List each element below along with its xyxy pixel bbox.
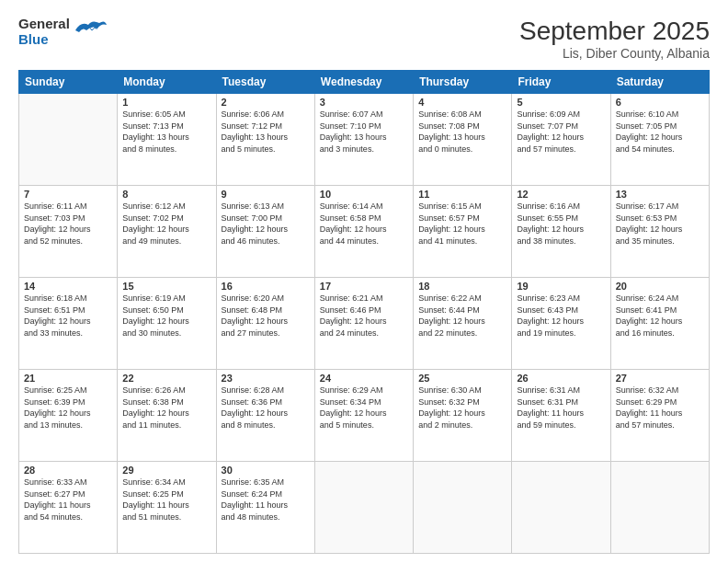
- day-number: 8: [122, 189, 210, 200]
- month-title: September 2025: [519, 17, 710, 46]
- day-info: Sunrise: 6:20 AM Sunset: 6:48 PM Dayligh…: [222, 293, 310, 339]
- calendar-week-4: 21Sunrise: 6:25 AM Sunset: 6:39 PM Dayli…: [19, 370, 710, 462]
- day-info: Sunrise: 6:12 AM Sunset: 7:02 PM Dayligh…: [122, 201, 210, 247]
- calendar-week-3: 14Sunrise: 6:18 AM Sunset: 6:51 PM Dayli…: [19, 278, 710, 370]
- day-number: 4: [418, 97, 506, 108]
- calendar-cell: 5Sunrise: 6:09 AM Sunset: 7:07 PM Daylig…: [512, 94, 610, 186]
- calendar-cell: 12Sunrise: 6:16 AM Sunset: 6:55 PM Dayli…: [512, 186, 610, 278]
- day-number: 23: [222, 373, 310, 384]
- calendar-cell: 27Sunrise: 6:32 AM Sunset: 6:29 PM Dayli…: [610, 370, 709, 462]
- calendar-table: Sunday Monday Tuesday Wednesday Thursday…: [18, 70, 710, 554]
- day-number: 27: [616, 373, 704, 384]
- calendar-cell: 17Sunrise: 6:21 AM Sunset: 6:46 PM Dayli…: [314, 278, 413, 370]
- day-info: Sunrise: 6:26 AM Sunset: 6:38 PM Dayligh…: [122, 385, 210, 431]
- day-info: Sunrise: 6:09 AM Sunset: 7:07 PM Dayligh…: [517, 109, 605, 155]
- calendar-week-5: 28Sunrise: 6:33 AM Sunset: 6:27 PM Dayli…: [19, 462, 710, 554]
- calendar-cell: 6Sunrise: 6:10 AM Sunset: 7:05 PM Daylig…: [610, 94, 709, 186]
- col-wednesday: Wednesday: [314, 71, 413, 94]
- day-info: Sunrise: 6:19 AM Sunset: 6:50 PM Dayligh…: [122, 293, 210, 339]
- day-number: 12: [517, 189, 605, 200]
- day-number: 25: [418, 373, 506, 384]
- day-info: Sunrise: 6:13 AM Sunset: 7:00 PM Dayligh…: [222, 201, 310, 247]
- calendar-cell: 7Sunrise: 6:11 AM Sunset: 7:03 PM Daylig…: [19, 186, 118, 278]
- calendar-cell: 15Sunrise: 6:19 AM Sunset: 6:50 PM Dayli…: [118, 278, 216, 370]
- day-number: 11: [418, 189, 506, 200]
- day-info: Sunrise: 6:17 AM Sunset: 6:53 PM Dayligh…: [616, 201, 704, 247]
- day-info: Sunrise: 6:10 AM Sunset: 7:05 PM Dayligh…: [616, 109, 704, 155]
- day-info: Sunrise: 6:34 AM Sunset: 6:25 PM Dayligh…: [122, 477, 210, 523]
- day-info: Sunrise: 6:18 AM Sunset: 6:51 PM Dayligh…: [24, 293, 112, 339]
- calendar-week-2: 7Sunrise: 6:11 AM Sunset: 7:03 PM Daylig…: [19, 186, 710, 278]
- day-number: 2: [222, 97, 310, 108]
- calendar-cell: [19, 94, 118, 186]
- calendar-cell: 3Sunrise: 6:07 AM Sunset: 7:10 PM Daylig…: [314, 94, 413, 186]
- calendar-cell: 20Sunrise: 6:24 AM Sunset: 6:41 PM Dayli…: [610, 278, 709, 370]
- day-info: Sunrise: 6:33 AM Sunset: 6:27 PM Dayligh…: [24, 477, 112, 523]
- day-info: Sunrise: 6:32 AM Sunset: 6:29 PM Dayligh…: [616, 385, 704, 431]
- day-number: 1: [122, 97, 210, 108]
- col-monday: Monday: [118, 71, 216, 94]
- day-number: 30: [222, 465, 310, 476]
- col-friday: Friday: [512, 71, 610, 94]
- logo-icon: [74, 17, 107, 43]
- day-info: Sunrise: 6:14 AM Sunset: 6:58 PM Dayligh…: [320, 201, 408, 247]
- title-section: September 2025 Lis, Diber County, Albani…: [519, 17, 710, 61]
- day-info: Sunrise: 6:28 AM Sunset: 6:36 PM Dayligh…: [222, 385, 310, 431]
- calendar-cell: [610, 462, 709, 554]
- day-number: 22: [122, 373, 210, 384]
- day-number: 28: [24, 465, 112, 476]
- calendar-cell: 26Sunrise: 6:31 AM Sunset: 6:31 PM Dayli…: [512, 370, 610, 462]
- day-number: 5: [517, 97, 605, 108]
- calendar-cell: 4Sunrise: 6:08 AM Sunset: 7:08 PM Daylig…: [414, 94, 512, 186]
- col-saturday: Saturday: [610, 71, 709, 94]
- day-number: 17: [320, 281, 408, 292]
- day-number: 9: [222, 189, 310, 200]
- calendar-cell: 24Sunrise: 6:29 AM Sunset: 6:34 PM Dayli…: [314, 370, 413, 462]
- day-info: Sunrise: 6:16 AM Sunset: 6:55 PM Dayligh…: [517, 201, 605, 247]
- day-number: 16: [222, 281, 310, 292]
- calendar-cell: [414, 462, 512, 554]
- col-thursday: Thursday: [414, 71, 512, 94]
- calendar-cell: 25Sunrise: 6:30 AM Sunset: 6:32 PM Dayli…: [414, 370, 512, 462]
- col-tuesday: Tuesday: [216, 71, 314, 94]
- calendar-cell: 22Sunrise: 6:26 AM Sunset: 6:38 PM Dayli…: [118, 370, 216, 462]
- day-number: 7: [24, 189, 112, 200]
- day-info: Sunrise: 6:35 AM Sunset: 6:24 PM Dayligh…: [222, 477, 310, 523]
- calendar-cell: 14Sunrise: 6:18 AM Sunset: 6:51 PM Dayli…: [19, 278, 118, 370]
- location: Lis, Diber County, Albania: [519, 46, 710, 61]
- day-number: 15: [122, 281, 210, 292]
- day-info: Sunrise: 6:30 AM Sunset: 6:32 PM Dayligh…: [418, 385, 506, 431]
- calendar-cell: 18Sunrise: 6:22 AM Sunset: 6:44 PM Dayli…: [414, 278, 512, 370]
- day-number: 19: [517, 281, 605, 292]
- day-info: Sunrise: 6:05 AM Sunset: 7:13 PM Dayligh…: [122, 109, 210, 155]
- day-number: 14: [24, 281, 112, 292]
- calendar-cell: 13Sunrise: 6:17 AM Sunset: 6:53 PM Dayli…: [610, 186, 709, 278]
- calendar-cell: 19Sunrise: 6:23 AM Sunset: 6:43 PM Dayli…: [512, 278, 610, 370]
- day-number: 24: [320, 373, 408, 384]
- day-number: 20: [616, 281, 704, 292]
- calendar-header-row: Sunday Monday Tuesday Wednesday Thursday…: [19, 71, 710, 94]
- calendar-cell: 16Sunrise: 6:20 AM Sunset: 6:48 PM Dayli…: [216, 278, 314, 370]
- calendar-cell: 23Sunrise: 6:28 AM Sunset: 6:36 PM Dayli…: [216, 370, 314, 462]
- day-number: 26: [517, 373, 605, 384]
- day-number: 29: [122, 465, 210, 476]
- day-info: Sunrise: 6:21 AM Sunset: 6:46 PM Dayligh…: [320, 293, 408, 339]
- day-info: Sunrise: 6:08 AM Sunset: 7:08 PM Dayligh…: [418, 109, 506, 155]
- calendar-cell: 9Sunrise: 6:13 AM Sunset: 7:00 PM Daylig…: [216, 186, 314, 278]
- calendar-cell: 30Sunrise: 6:35 AM Sunset: 6:24 PM Dayli…: [216, 462, 314, 554]
- calendar-cell: 10Sunrise: 6:14 AM Sunset: 6:58 PM Dayli…: [314, 186, 413, 278]
- day-number: 13: [616, 189, 704, 200]
- calendar-cell: [314, 462, 413, 554]
- col-sunday: Sunday: [19, 71, 118, 94]
- calendar-cell: 21Sunrise: 6:25 AM Sunset: 6:39 PM Dayli…: [19, 370, 118, 462]
- day-number: 21: [24, 373, 112, 384]
- calendar-week-1: 1Sunrise: 6:05 AM Sunset: 7:13 PM Daylig…: [19, 94, 710, 186]
- logo-general: General: [18, 17, 70, 32]
- day-info: Sunrise: 6:15 AM Sunset: 6:57 PM Dayligh…: [418, 201, 506, 247]
- day-info: Sunrise: 6:25 AM Sunset: 6:39 PM Dayligh…: [24, 385, 112, 431]
- day-info: Sunrise: 6:22 AM Sunset: 6:44 PM Dayligh…: [418, 293, 506, 339]
- header: General Blue September 2025 Lis, Diber C…: [18, 17, 710, 61]
- day-info: Sunrise: 6:29 AM Sunset: 6:34 PM Dayligh…: [320, 385, 408, 431]
- logo: General Blue: [18, 17, 107, 47]
- day-info: Sunrise: 6:24 AM Sunset: 6:41 PM Dayligh…: [616, 293, 704, 339]
